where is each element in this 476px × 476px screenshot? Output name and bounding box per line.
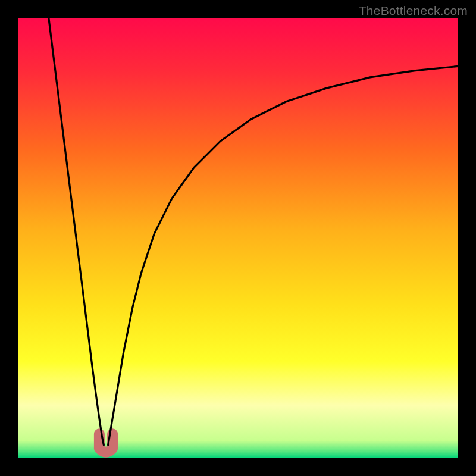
chart-canvas (18, 18, 458, 458)
chart-frame: TheBottleneck.com (0, 0, 476, 476)
watermark-text: TheBottleneck.com (359, 4, 468, 18)
chart-plot-area (18, 18, 458, 458)
chart-background (18, 18, 458, 458)
